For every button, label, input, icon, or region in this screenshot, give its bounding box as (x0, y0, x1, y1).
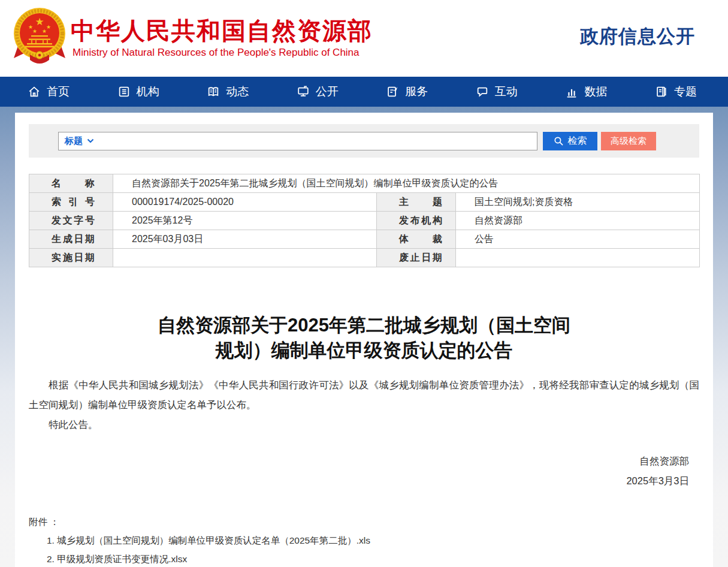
nav-item-topics[interactable]: 专题 (655, 84, 697, 99)
svg-text:★: ★ (35, 16, 44, 28)
interaction-icon (476, 85, 489, 98)
search-input-wrap: 标题 (58, 132, 537, 150)
meta-value-index-no: 000019174/2025-00020 (113, 193, 377, 212)
nav-item-label: 专题 (674, 84, 697, 99)
article-title-line1: 自然资源部关于2025年第二批城乡规划（国土空间 (29, 313, 699, 338)
advanced-search-button[interactable]: 高级检索 (601, 132, 656, 150)
svg-text:★: ★ (46, 24, 51, 30)
nav-item-label: 互动 (495, 84, 518, 99)
meta-label-index-no: 索引号 (29, 193, 113, 212)
search-field-selector-label: 标题 (65, 135, 83, 147)
signature-block: 自然资源部 2025年3月3日 (29, 451, 699, 491)
search-button-label: 检索 (568, 135, 587, 147)
nav-item-label: 首页 (47, 84, 70, 99)
attachment-link-1[interactable]: 1. 城乡规划（国土空间规划）编制单位甲级资质认定名单（2025年第二批）.xl… (47, 531, 699, 550)
nav-item-label: 公开 (316, 84, 339, 99)
search-bar: 标题 检索 高级检索 (29, 124, 699, 158)
article-title: 自然资源部关于2025年第二批城乡规划（国土空间 规划）编制单位甲级资质认定的公… (29, 313, 699, 363)
nav-item-service[interactable]: 服务 (386, 84, 428, 99)
nav-item-disclosure[interactable]: 公开 (297, 84, 339, 99)
meta-label-issuing-agency: 发布机构 (377, 212, 456, 230)
meta-value-name: 自然资源部关于2025年第二批城乡规划（国土空间规划）编制单位甲级资质认定的公告 (113, 174, 700, 193)
organization-icon (117, 85, 131, 98)
signature-agency: 自然资源部 (29, 451, 689, 471)
meta-value-created-date: 2025年03月03日 (113, 230, 377, 249)
service-icon (386, 85, 399, 98)
attachment-link-2[interactable]: 2. 甲级规划资质证书变更情况.xlsx (47, 550, 699, 567)
nav-item-organization[interactable]: 机构 (117, 84, 159, 99)
nav-item-label: 服务 (405, 84, 428, 99)
chevron-down-icon (87, 138, 94, 143)
nav-item-interaction[interactable]: 互动 (476, 84, 518, 99)
meta-row: 发文字号 2025年第12号 发布机构 自然资源部 (29, 212, 700, 230)
article-body: 根据《中华人民共和国城乡规划法》《中华人民共和国行政许可法》以及《城乡规划编制单… (29, 375, 699, 435)
signature-date: 2025年3月3日 (29, 471, 689, 491)
search-button[interactable]: 检索 (543, 132, 597, 150)
nav-item-data[interactable]: 数据 (565, 84, 607, 99)
meta-label-created-date: 生成日期 (29, 230, 113, 249)
content-panel: 标题 检索 高级检索 名称 自然资源部关于2025年第二批城乡规划（国土空 (15, 113, 713, 567)
document-meta-table: 名称 自然资源部关于2025年第二批城乡规划（国土空间规划）编制单位甲级资质认定… (29, 174, 700, 267)
attachments-section: 附件 ： 1. 城乡规划（国土空间规划）编制单位甲级资质认定名单（2025年第二… (29, 512, 699, 567)
meta-label-name: 名称 (29, 174, 113, 193)
article-paragraph: 根据《中华人民共和国城乡规划法》《中华人民共和国行政许可法》以及《城乡规划编制单… (29, 375, 699, 415)
nav-item-label: 机构 (137, 84, 159, 99)
meta-label-subject: 主题 (377, 193, 456, 212)
meta-label-effective-date: 实施日期 (29, 249, 113, 267)
article-title-line2: 规划）编制单位甲级资质认定的公告 (29, 338, 699, 363)
data-icon (565, 85, 578, 98)
svg-text:★: ★ (42, 28, 47, 34)
meta-value-subject: 国土空间规划;资质资格 (456, 193, 700, 212)
nav-item-news[interactable]: 动态 (207, 84, 249, 99)
attachments-list: 1. 城乡规划（国土空间规划）编制单位甲级资质认定名单（2025年第二批）.xl… (47, 531, 699, 567)
meta-value-genre: 公告 (456, 230, 700, 249)
meta-label-doc-number: 发文字号 (29, 212, 113, 230)
search-input[interactable] (94, 133, 531, 149)
meta-value-issuing-agency: 自然资源部 (456, 212, 700, 230)
meta-row-name: 名称 自然资源部关于2025年第二批城乡规划（国土空间规划）编制单位甲级资质认定… (29, 174, 700, 193)
meta-row: 生成日期 2025年03月03日 体裁 公告 (29, 230, 700, 249)
home-icon (28, 85, 41, 98)
site-title: 中华人民共和国自然资源部 (71, 14, 373, 47)
meta-label-repeal-date: 废止日期 (377, 249, 456, 267)
national-emblem-of-china-logo: ★ ★ ★ ★ ★ (13, 5, 66, 68)
search-field-selector[interactable]: 标题 (65, 135, 94, 147)
search-icon (554, 136, 564, 146)
main-nav: 首页 机构 动态 公开 服务 互动 数据 (0, 77, 728, 107)
meta-value-doc-number: 2025年第12号 (113, 212, 377, 230)
page-background: 标题 检索 高级检索 名称 自然资源部关于2025年第二批城乡规划（国土空 (0, 107, 728, 567)
disclosure-icon (297, 85, 310, 98)
meta-value-effective-date (113, 249, 377, 267)
nav-item-home[interactable]: 首页 (28, 84, 70, 99)
nav-item-label: 数据 (584, 84, 607, 99)
topics-icon (655, 85, 668, 98)
article-closing: 特此公告。 (29, 415, 699, 435)
svg-text:★: ★ (32, 28, 37, 34)
meta-label-genre: 体裁 (377, 230, 456, 249)
meta-row: 实施日期 废止日期 (29, 249, 700, 267)
news-icon (207, 85, 220, 98)
gov-info-disclosure-heading: 政府信息公开 (580, 24, 695, 49)
site-header: ★ ★ ★ ★ ★ 中华人民共和国自然资源部 Ministry of Natur… (0, 0, 728, 77)
nav-item-label: 动态 (226, 84, 249, 99)
meta-row: 索引号 000019174/2025-00020 主题 国土空间规划;资质资格 (29, 193, 700, 212)
meta-value-repeal-date (456, 249, 700, 267)
site-subtitle: Ministry of Natural Resources of the Peo… (73, 47, 360, 59)
attachments-label: 附件 ： (29, 512, 699, 531)
